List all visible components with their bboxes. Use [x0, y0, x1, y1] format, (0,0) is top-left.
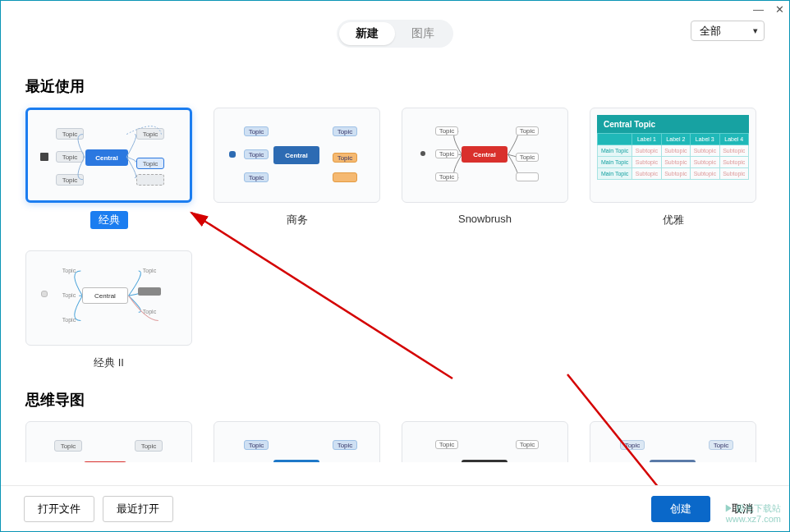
template-card-mm1[interactable]: Central Topic Topic Topic Topic Topic	[25, 421, 192, 462]
thumb-central: Central	[82, 287, 128, 304]
thumb-topic: Topic	[244, 149, 269, 159]
thumb-topic: Topic	[57, 315, 80, 323]
tab-library[interactable]: 图库	[395, 22, 451, 45]
template-card-elegant[interactable]: Central Topic Label 1Label 2Label 3Label…	[590, 108, 756, 229]
thumb-topic: Topic	[435, 126, 458, 135]
minimize-button[interactable]: —	[753, 3, 764, 16]
thumb-topic: Topic	[333, 153, 357, 163]
template-card-business[interactable]: Central Topic Topic Topic Topic Topic 商务	[214, 108, 380, 229]
filter-wrap: 全部	[691, 21, 765, 41]
thumb-topic: Topic	[333, 126, 357, 136]
template-card-mm4[interactable]: Central Topic Topic Topic Topic Topic	[590, 421, 756, 462]
thumb-topic: Topic	[135, 440, 163, 452]
thumb-topic: Topic	[620, 440, 645, 450]
template-card-mm2[interactable]: Central Topic Topic Topic Topic Topic	[214, 421, 380, 462]
tabs-segment: 新建 图库	[337, 20, 453, 48]
thumb-topic: Topic	[138, 307, 161, 315]
thumb-topic	[138, 287, 161, 296]
section-recent-title: 最近使用	[25, 76, 765, 96]
titlebar: — ✕	[1, 1, 789, 17]
template-card-classic2[interactable]: Central Topic Topic Topic Topic Topic 经典…	[25, 250, 192, 372]
thumb-central: Central	[462, 460, 508, 462]
thumb-topic: Topic	[516, 440, 539, 449]
thumb-topic	[516, 172, 539, 181]
template-label: Snowbrush	[450, 211, 520, 227]
thumb-topic: Topic	[516, 153, 539, 162]
thumb-topic: Topic	[138, 266, 161, 274]
thumb-matrix: Label 1Label 2Label 3Label 4 Main TopicS…	[597, 133, 749, 180]
open-file-button[interactable]: 打开文件	[24, 496, 94, 522]
template-card-mm3[interactable]: Central Topic Topic Topic Topic Topic	[402, 421, 568, 462]
recent-open-button[interactable]: 最近打开	[103, 496, 173, 522]
grid-mindmap: Central Topic Topic Topic Topic Topic Ce…	[25, 421, 765, 462]
thumb-topic: Topic	[244, 172, 269, 182]
thumb-topic: Topic	[244, 440, 269, 450]
thumb-topic: Topic	[57, 266, 80, 274]
template-label: 优雅	[655, 211, 692, 229]
template-label: 经典 II	[85, 354, 132, 372]
template-label: 商务	[278, 211, 316, 229]
thumb-central: Central	[273, 460, 319, 462]
thumb-topic: Topic	[709, 440, 733, 450]
close-button[interactable]: ✕	[775, 3, 784, 16]
thumb-topic: Topic	[435, 149, 458, 158]
template-card-snowbrush[interactable]: Central Topic Topic Topic Topic Topic Sn…	[402, 108, 568, 229]
header: 新建 图库 全部	[1, 17, 789, 50]
thumb-topic: Topic	[57, 291, 80, 299]
thumb-topic: Topic	[516, 126, 539, 135]
thumb-topic: Topic	[333, 440, 357, 450]
thumb-central: Central	[462, 146, 508, 163]
thumb-central: Central	[650, 460, 696, 462]
footer: 打开文件 最近打开 创建 取消	[1, 485, 789, 531]
content-scroll[interactable]: 最近使用 Central Topic Topic Topic Topic Top…	[1, 50, 789, 462]
grid-recent: Central Topic Topic Topic Topic Topic 经典…	[25, 108, 765, 372]
template-label: 经典	[90, 211, 128, 229]
thumb-topic: Topic	[435, 172, 458, 181]
template-card-classic[interactable]: Central Topic Topic Topic Topic Topic 经典	[25, 108, 192, 229]
thumb-topic: Topic	[244, 126, 269, 136]
thumb-header: Central Topic	[597, 115, 749, 133]
thumb-central: Central	[84, 461, 126, 462]
thumb-topic: Topic	[54, 440, 82, 452]
tab-new[interactable]: 新建	[339, 22, 395, 45]
section-mindmap-title: 思维导图	[25, 390, 765, 410]
thumb-topic: Topic	[435, 440, 458, 449]
create-button[interactable]: 创建	[651, 496, 710, 522]
thumb-central: Central	[273, 146, 319, 164]
filter-select[interactable]: 全部	[691, 21, 765, 41]
thumb-topic	[333, 172, 357, 182]
cancel-button[interactable]: 取消	[719, 497, 766, 521]
